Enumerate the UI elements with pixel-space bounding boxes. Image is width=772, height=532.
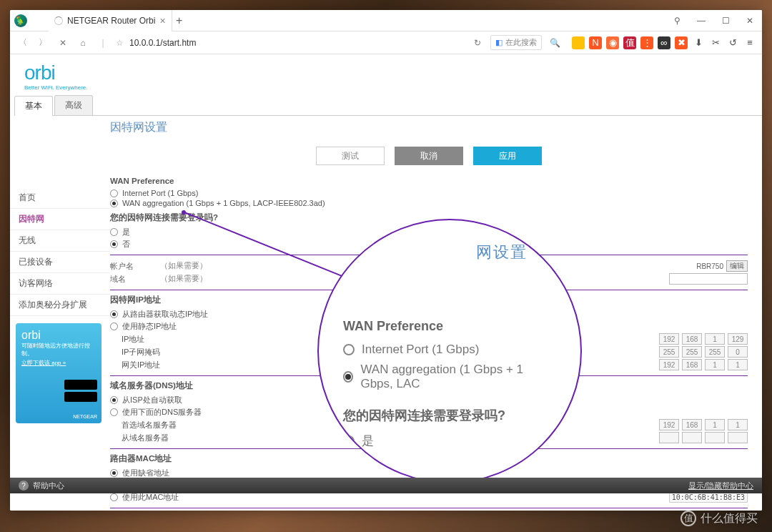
close-tab-icon[interactable]: ×: [159, 15, 165, 26]
promo-card[interactable]: orbi 可随时随地远方便地进行控制。 立即下载该 app » NETGEAR: [16, 323, 102, 423]
radio-mac-default[interactable]: [110, 469, 118, 477]
footer-bar: ? 帮助中心 显示/隐藏帮助中心: [10, 478, 762, 493]
page-title: 因特网设置: [110, 116, 748, 139]
sidebar-item-devices[interactable]: 已接设备: [10, 252, 110, 273]
orbi-logo: orbi Better WiFi. Everywhere.: [10, 54, 762, 92]
radio-dns-manual[interactable]: [110, 408, 118, 416]
edit-button[interactable]: 编辑: [726, 260, 748, 272]
ext-icon-2[interactable]: N: [589, 36, 602, 49]
radio-login-yes[interactable]: [110, 228, 118, 236]
stop-button[interactable]: ✕: [56, 36, 70, 50]
home-button[interactable]: ⌂: [76, 36, 90, 50]
close-window-button[interactable]: [738, 10, 762, 31]
ext-icon-6[interactable]: ∞: [658, 36, 670, 49]
radio-login-no[interactable]: [110, 240, 118, 248]
page-content: orbi Better WiFi. Everywhere. 基本 高级 首页 因…: [10, 54, 762, 511]
wan-pref-heading: WAN Preference: [110, 177, 748, 185]
scissors-icon[interactable]: ✂: [709, 36, 722, 49]
new-tab-button[interactable]: +: [172, 14, 187, 27]
watermark: 值什么值得买: [681, 511, 758, 526]
browser-tab[interactable]: NETGEAR Router Orbi ×: [49, 10, 172, 31]
tab-title: NETGEAR Router Orbi: [67, 16, 155, 26]
mac-value[interactable]: 10:0C:6B:41:B8:E3: [669, 492, 748, 503]
radio-wan-2[interactable]: [110, 200, 118, 207]
bookmark-icon[interactable]: ☆: [116, 38, 124, 48]
help-icon[interactable]: ?: [19, 481, 29, 491]
ext-icon-3[interactable]: ◉: [606, 36, 619, 49]
ext-icon-4[interactable]: 值: [623, 36, 636, 49]
app-icon: 🦜: [14, 14, 27, 27]
browser-window: 🦜 NETGEAR Router Orbi × + ⚲ 〈 〉 ✕ ⌂ | ☆ …: [10, 10, 762, 511]
domain-input[interactable]: [669, 273, 748, 285]
main-tabs: 基本 高级: [14, 95, 762, 116]
radio-wan-1[interactable]: [110, 189, 118, 197]
radio-dns-auto[interactable]: [110, 396, 118, 404]
menu-icon[interactable]: ≡: [743, 36, 756, 49]
toolbar-extensions: N ◉ 值 ⋮ ∞ ✖ ⬇ ✂ ↺ ≡: [572, 36, 756, 49]
search-engine-icon: ◧: [495, 38, 503, 47]
sidebar-item-home[interactable]: 首页: [10, 187, 110, 209]
sidebar: 首页 因特网 无线 已接设备 访客网络 添加奥秘分身扩展 orbi 可随时随地远…: [10, 116, 110, 511]
loading-icon: [54, 16, 63, 25]
address-bar: 〈 〉 ✕ ⌂ | ☆ 10.0.0.1/start.htm ↻ ◧ 在此搜索 …: [10, 31, 762, 54]
pin-icon[interactable]: ⚲: [665, 10, 689, 31]
radio-ip-static[interactable]: [110, 322, 118, 330]
ext-icon-7[interactable]: ✖: [675, 36, 688, 49]
sidebar-item-wireless[interactable]: 无线: [10, 230, 110, 252]
sidebar-item-internet[interactable]: 因特网: [10, 209, 110, 230]
sidebar-item-addon[interactable]: 添加奥秘分身扩展: [10, 295, 110, 316]
tab-basic[interactable]: 基本: [14, 96, 53, 116]
search-placeholder: 在此搜索: [505, 37, 537, 48]
radio-mac-custom[interactable]: [110, 493, 118, 501]
zoom-lens: 网设置 WAN Preference Internet Port (1 Gbps…: [317, 219, 582, 483]
reload-icon[interactable]: ↻: [470, 36, 485, 50]
restore-icon[interactable]: ↺: [726, 36, 739, 49]
apply-button[interactable]: 应用: [473, 147, 542, 165]
toggle-help-link[interactable]: 显示/隐藏帮助中心: [688, 481, 753, 491]
download-icon[interactable]: ⬇: [692, 36, 705, 49]
search-icon[interactable]: 🔍: [548, 36, 562, 50]
ext-icon-1[interactable]: [572, 36, 585, 49]
titlebar: 🦜 NETGEAR Router Orbi × + ⚲: [10, 10, 762, 31]
radio-ip-dyn[interactable]: [110, 310, 118, 318]
maximize-button[interactable]: [713, 10, 738, 31]
url-text[interactable]: 10.0.0.1/start.htm: [129, 38, 196, 48]
sidebar-item-guest[interactable]: 访客网络: [10, 273, 110, 295]
tab-advanced[interactable]: 高级: [54, 95, 93, 115]
back-button[interactable]: 〈: [16, 36, 30, 50]
cancel-button[interactable]: 取消: [395, 147, 463, 165]
test-button[interactable]: 测试: [316, 147, 385, 165]
ext-icon-5[interactable]: ⋮: [640, 36, 653, 49]
search-box[interactable]: ◧ 在此搜索: [490, 35, 542, 50]
forward-button[interactable]: 〉: [36, 36, 50, 50]
minimize-button[interactable]: [689, 10, 713, 31]
